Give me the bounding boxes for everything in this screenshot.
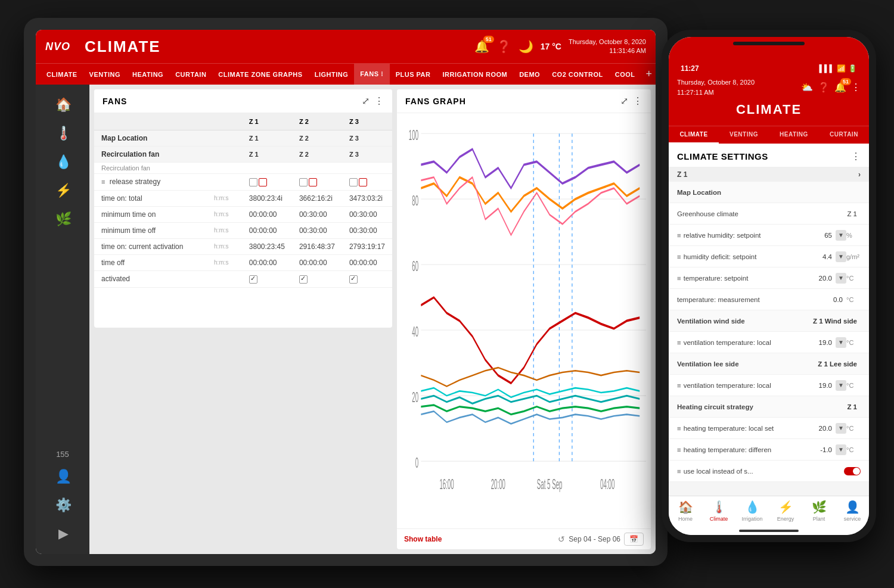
activated-z3[interactable] — [342, 270, 392, 287]
sidebar-icon-temperature[interactable]: 🌡️ — [36, 119, 89, 148]
table-row: ≡ release strategy — [94, 174, 392, 191]
nav-irrigation[interactable]: IRRIGATION ROOM — [436, 64, 513, 85]
row-release-z2[interactable] — [292, 174, 342, 191]
nav-plus-par[interactable]: PLUS PAR — [390, 64, 437, 85]
temp-setpoint-label: ≡ temperature: setpoint — [677, 275, 819, 282]
temp-setpoint-value: 20.0 — [819, 275, 832, 282]
nav-co2[interactable]: CO2 CONTROL — [546, 64, 609, 85]
svg-text:100: 100 — [409, 127, 418, 143]
nav-lighting[interactable]: LIGHTING — [309, 64, 355, 85]
home-indicator — [669, 527, 869, 535]
sidebar-icon-user[interactable]: 👤 — [36, 462, 89, 491]
vent-temp-lee-btn[interactable]: ▼ — [836, 380, 846, 391]
nav-venting[interactable]: VENTING — [83, 64, 126, 85]
energy-label: Energy — [777, 516, 794, 522]
help-icon[interactable]: ❓ — [496, 39, 511, 54]
phone-nav-climate[interactable]: CLIMATE — [669, 126, 719, 144]
phone-badge-count: 51 — [840, 78, 851, 85]
humidity-deficit-btn[interactable]: ▼ — [836, 251, 846, 262]
show-table-link[interactable]: Show table — [404, 535, 442, 543]
night-mode-icon[interactable]: 🌙 — [519, 39, 533, 54]
zone-arrow[interactable]: › — [858, 170, 861, 179]
phone-nav-irrigation[interactable]: 💧 Irrigation — [735, 500, 769, 522]
phone-nav-home[interactable]: 🏠 Home — [669, 500, 702, 522]
min-time-on-unit: h:m:s — [207, 206, 242, 222]
row-release-z1[interactable] — [242, 174, 292, 191]
climate-settings-menu[interactable]: ⋮ — [851, 151, 861, 162]
tablet-screen: NVO CLIMATE 🔔 51 ❓ 🌙 17 °C Thursday, Oct… — [36, 30, 656, 554]
settings-section-map: Map Location — [669, 182, 869, 203]
energy-icon: ⚡ — [778, 500, 793, 514]
svg-text:16:00: 16:00 — [439, 477, 454, 492]
phone-nav-service[interactable]: 👤 service — [836, 500, 869, 522]
table-row: Recirculation fan — [94, 163, 392, 174]
nav-demo[interactable]: DEMO — [513, 64, 546, 85]
sidebar-icon-plant[interactable]: 🌿 — [36, 205, 89, 234]
calendar-button[interactable]: 📅 — [624, 533, 644, 546]
graph-menu-button[interactable]: ⋮ — [633, 95, 642, 107]
nav-add-button[interactable]: + — [641, 68, 656, 80]
svg-text:80: 80 — [412, 193, 418, 209]
nav-curtain[interactable]: CURTAIN — [169, 64, 212, 85]
rel-humidity-btn[interactable]: ▼ — [836, 230, 846, 241]
sidebar-icon-expand[interactable]: ▶ — [36, 519, 89, 548]
sidebar-count: 155 — [56, 450, 69, 459]
zone-label: Z 1 — [677, 170, 687, 179]
use-local-label: ≡ use local instead of s... — [677, 468, 844, 475]
battery-icon: 🔋 — [848, 64, 857, 73]
phone-nav-heating[interactable]: HEATING — [769, 126, 819, 144]
settings-row: Greenhouse climate Z 1 — [669, 203, 869, 225]
graph-expand-button[interactable]: ⤢ — [620, 95, 628, 107]
refresh-icon[interactable]: ↺ — [558, 534, 565, 544]
phone-nav-curtain[interactable]: CURTAIN — [819, 126, 869, 144]
service-label: service — [844, 516, 861, 522]
toggle-switch[interactable] — [844, 467, 861, 475]
notifications-icon[interactable]: 🔔 51 — [474, 39, 489, 54]
settings-section-heating: Heating circuit strategy Z 1 — [669, 396, 869, 418]
phone-status-bar: 11:27 ▌▌▌ 📶 🔋 — [669, 63, 869, 74]
list-icon: ≡ — [677, 382, 681, 389]
nav-zone-graphs[interactable]: CLIMATE ZONE GRAPHS — [212, 64, 308, 85]
svg-text:0: 0 — [415, 455, 418, 471]
vent-temp-wind-btn[interactable]: ▼ — [836, 337, 846, 348]
temp-measurement-label: temperature: measurement — [677, 296, 833, 303]
phone-nav-plant[interactable]: 🌿 Plant — [802, 500, 836, 522]
datetime-display: Thursday, October 8, 2020 11:31:46 AM — [569, 38, 646, 56]
sidebar-icon-water[interactable]: 💧 — [36, 148, 89, 176]
sidebar-icon-settings[interactable]: ⚙️ — [36, 491, 89, 519]
phone-help-icon[interactable]: ❓ — [818, 82, 830, 93]
map-z3: Z 3 — [342, 130, 392, 147]
sidebar-icon-energy[interactable]: ⚡ — [36, 176, 89, 205]
phone-nav-climate-bottom[interactable]: 🌡️ Climate — [702, 500, 735, 522]
temp-setpoint-btn[interactable]: ▼ — [836, 273, 846, 284]
phone-header-top: Thursday, October 8, 2020 11:27:11 AM ⛅ … — [677, 77, 861, 97]
activated-z1[interactable] — [242, 270, 292, 287]
heating-temp-diff-btn[interactable]: ▼ — [836, 444, 846, 455]
vent-temp-wind-label: ≡ ventilation temperature: local — [677, 339, 819, 346]
heating-temp-local-label: ≡ heating temperature: local set — [677, 425, 819, 432]
phone-notifications[interactable]: 🔔 51 — [834, 82, 846, 93]
graph-panel-actions: ⤢ ⋮ — [620, 95, 642, 107]
heating-temp-local-btn[interactable]: ▼ — [836, 423, 846, 434]
home-label: Home — [678, 516, 693, 522]
nav-heating[interactable]: HEATING — [126, 64, 169, 85]
table-row: Map Location Z 1 Z 2 Z 3 — [94, 130, 392, 147]
phone-notch — [669, 37, 869, 63]
fans-expand-button[interactable]: ⤢ — [362, 95, 370, 107]
settings-section-wind: Ventilation wind side Z 1 Wind side — [669, 310, 869, 332]
fans-menu-button[interactable]: ⋮ — [374, 95, 384, 107]
phone-nav-energy[interactable]: ⚡ Energy — [769, 500, 802, 522]
min-time-on-z3: 00:30:00 — [342, 206, 392, 222]
nav-cool[interactable]: COOL — [609, 64, 641, 85]
nav-fans[interactable]: FANS ⁝ — [354, 64, 389, 85]
vent-temp-wind-value: 19.0 — [819, 339, 832, 346]
fans-panel: FANS ⤢ ⋮ — [94, 89, 392, 328]
phone-menu-icon[interactable]: ⋮ — [851, 82, 861, 93]
row-release-z3[interactable] — [342, 174, 392, 191]
phone-nav-venting[interactable]: VENTING — [719, 126, 769, 144]
sidebar-icon-home[interactable]: 🏠 — [36, 91, 89, 119]
heating-strategy-label: Heating circuit strategy — [677, 403, 847, 410]
table-row: time on: current activation h:m:s 3800:2… — [94, 238, 392, 254]
activated-z2[interactable] — [292, 270, 342, 287]
nav-climate[interactable]: CLIMATE — [41, 64, 83, 85]
